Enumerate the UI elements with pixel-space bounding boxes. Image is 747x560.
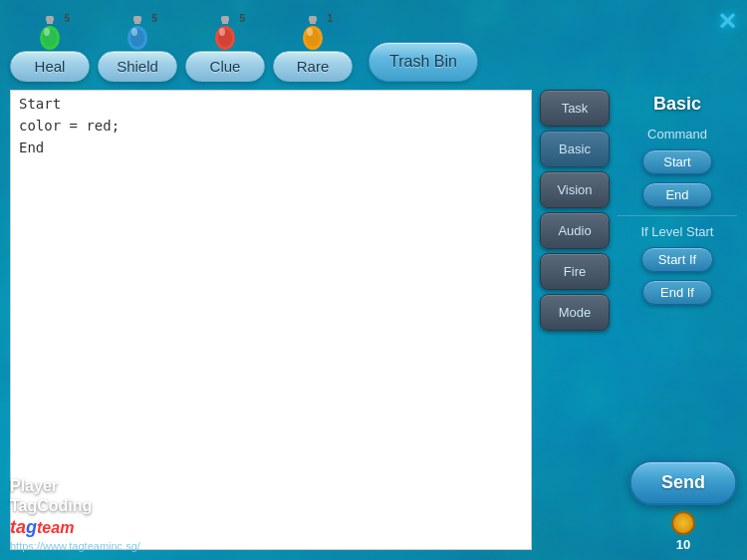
code-line-1[interactable]: color = red;	[11, 115, 531, 137]
clue-potion-btn[interactable]: 5 Clue	[185, 15, 265, 82]
svg-point-4	[44, 28, 50, 36]
command-section-label: Command	[647, 127, 707, 141]
bottom-area: Player TagCoding tagteam https://www.tag…	[10, 460, 737, 552]
top-bar: 5 Heal 5	[0, 0, 747, 90]
category-btn-task[interactable]: Task	[540, 90, 610, 127]
svg-rect-16	[310, 20, 316, 24]
svg-point-14	[219, 28, 225, 36]
svg-rect-11	[222, 20, 228, 24]
clue-potion-icon: 5	[207, 15, 243, 51]
branding: Player TagCoding tagteam https://www.tag…	[10, 477, 140, 552]
logo-tag-blue: g	[26, 517, 37, 538]
category-btn-vision[interactable]: Vision	[540, 171, 610, 208]
code-line-2[interactable]: End	[11, 137, 531, 158]
trash-bin-button[interactable]: Trash Bin	[369, 42, 478, 82]
end-if-button[interactable]: End If	[642, 280, 712, 305]
logo: tagteam	[10, 517, 140, 538]
category-btn-fire[interactable]: Fire	[540, 253, 610, 290]
svg-rect-1	[47, 20, 53, 24]
category-btn-mode[interactable]: Mode	[540, 294, 610, 331]
red-potion-svg	[211, 16, 239, 50]
rare-button[interactable]: Rare	[273, 51, 353, 82]
code-line-0[interactable]: Start	[11, 93, 531, 115]
url-label: https://www.tagteaminc.sg/	[10, 540, 140, 552]
if-level-section-label: If Level Start	[641, 224, 714, 239]
svg-point-9	[131, 28, 137, 36]
rare-potion-icon: 1	[295, 15, 331, 51]
trash-bin-btn[interactable]: Trash Bin	[369, 42, 478, 82]
counter-area: 10	[671, 511, 695, 552]
logo-team: team	[37, 519, 74, 537]
heal-potion-icon: 5	[32, 15, 68, 51]
panel-title: Basic	[653, 94, 701, 115]
blue-potion-svg	[124, 16, 151, 50]
shield-potion-btn[interactable]: 5 Shield	[98, 15, 177, 82]
shield-potion-icon: 5	[120, 15, 155, 51]
rare-count: 1	[327, 13, 333, 24]
tagcoding-label: TagCoding	[10, 497, 140, 515]
svg-point-19	[307, 28, 313, 36]
heal-potion-btn[interactable]: 5 Heal	[10, 15, 90, 82]
category-btn-basic[interactable]: Basic	[540, 131, 610, 167]
logo-tag-red: ta	[10, 517, 26, 538]
end-command-button[interactable]: End	[642, 182, 712, 207]
send-button[interactable]: Send	[629, 460, 737, 505]
svg-rect-6	[134, 20, 140, 24]
clue-button[interactable]: Clue	[185, 51, 265, 82]
close-button[interactable]: ✕	[717, 10, 737, 34]
panel-divider	[618, 215, 737, 216]
counter-value: 10	[676, 537, 690, 552]
yellow-potion-svg	[299, 16, 327, 50]
clue-count: 5	[239, 13, 245, 24]
player-label: Player	[10, 477, 140, 495]
rare-potion-btn[interactable]: 1 Rare	[273, 15, 353, 82]
green-potion-svg	[36, 16, 64, 50]
start-command-button[interactable]: Start	[642, 149, 712, 174]
shield-count: 5	[151, 13, 157, 24]
heal-count: 5	[64, 13, 70, 24]
heal-button[interactable]: Heal	[10, 51, 90, 82]
shield-button[interactable]: Shield	[98, 51, 177, 82]
counter-circle	[671, 511, 695, 535]
category-btn-audio[interactable]: Audio	[540, 212, 610, 249]
start-if-button[interactable]: Start If	[641, 247, 713, 272]
